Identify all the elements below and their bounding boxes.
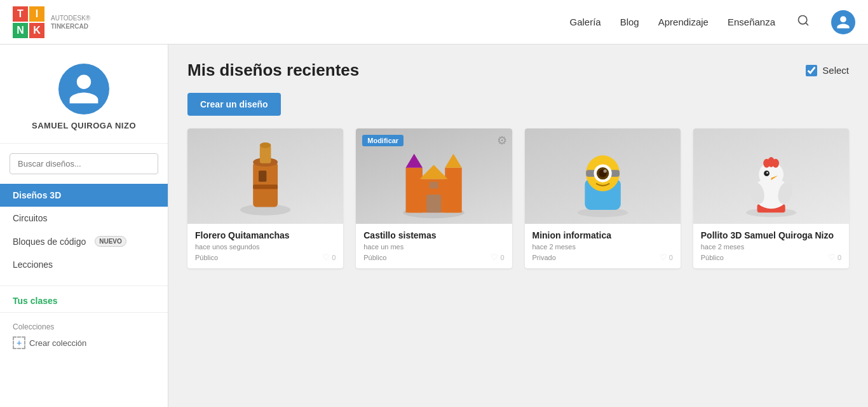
nuevo-badge: NUEVO: [95, 236, 126, 247]
logo-tinkercad: TINKERCAD: [51, 22, 90, 31]
card-info-3: Minion informatica hace 2 meses Privado …: [525, 224, 681, 268]
svg-point-37: [766, 172, 768, 174]
card-thumbnail-3: [525, 128, 681, 224]
design-card-2[interactable]: Modificar ⚙: [356, 128, 512, 268]
card-footer-2: Público ♡ 0: [363, 252, 504, 262]
colecciones-section: Colecciones + Crear colección: [0, 312, 168, 352]
card-likes-2: ♡ 0: [491, 252, 504, 262]
design-card-3[interactable]: Minion informatica hace 2 meses Privado …: [525, 128, 681, 268]
heart-icon-1: ♡: [322, 252, 330, 262]
profile-avatar: [58, 64, 109, 114]
designs-grid: Florero Quitamanchas hace unos segundos …: [187, 128, 849, 268]
card-thumbnail-2: Modificar ⚙: [356, 128, 512, 224]
design-card-1[interactable]: Florero Quitamanchas hace unos segundos …: [187, 128, 343, 268]
card-title-2: Castillo sistemas: [363, 230, 504, 240]
card-footer-3: Privado ♡ 0: [532, 252, 673, 262]
main-layout: SAMUEL QUIROGA NIZO Diseños 3D Circuitos…: [0, 45, 868, 407]
crear-coleccion-label: Crear colección: [29, 338, 86, 348]
logo-text: AUTODESK® TINKERCAD: [51, 14, 90, 31]
sidebar-item-bloques[interactable]: Bloques de código NUEVO: [0, 230, 168, 253]
card-title-1: Florero Quitamanchas: [195, 230, 336, 240]
svg-marker-15: [445, 154, 462, 168]
colecciones-label: Colecciones: [13, 322, 155, 331]
card-likes-3: ♡ 0: [660, 252, 673, 262]
card-title-4: Pollito 3D Samuel Quiroga Nizo: [701, 230, 841, 240]
sidebar-item-circuitos[interactable]: Circuitos: [0, 207, 168, 230]
svg-rect-6: [259, 170, 266, 182]
bloques-label: Bloques de código: [13, 237, 86, 247]
logo-cell-i: I: [29, 6, 44, 22]
card-privacy-1: Público: [195, 254, 218, 261]
nav-ensenanza[interactable]: Enseñanza: [728, 17, 775, 27]
card-time-2: hace un mes: [363, 243, 504, 251]
search-icon: [797, 14, 810, 27]
svg-marker-14: [406, 154, 423, 168]
card-info-1: Florero Quitamanchas hace unos segundos …: [187, 224, 343, 268]
heart-icon-2: ♡: [491, 252, 498, 262]
florero-illustration: [187, 128, 343, 224]
card-time-1: hace unos segundos: [195, 243, 336, 251]
sidebar-profile: SAMUEL QUIROGA NIZO: [0, 57, 168, 144]
select-label[interactable]: Select: [822, 65, 849, 76]
heart-icon-3: ♡: [660, 252, 667, 262]
page-title: Mis diseños recientes: [187, 60, 359, 80]
header: T I N K AUTODESK® TINKERCAD Galería Blog…: [0, 0, 868, 45]
card-info-4: Pollito 3D Samuel Quiroga Nizo hace 2 me…: [693, 224, 849, 268]
sidebar-search-area: [0, 144, 168, 181]
svg-marker-16: [420, 165, 448, 179]
card-likes-1: ♡ 0: [322, 252, 336, 262]
card-privacy-3: Privado: [532, 254, 556, 261]
user-icon: [836, 15, 851, 30]
svg-line-1: [806, 23, 808, 25]
svg-rect-12: [406, 168, 423, 213]
profile-name: SAMUEL QUIROGA NIZO: [32, 121, 136, 130]
card-privacy-2: Público: [363, 254, 386, 261]
toolbar-row: Crear un diseño: [187, 93, 849, 116]
card-title-3: Minion informatica: [532, 230, 673, 240]
logo-grid: T I N K: [13, 6, 44, 38]
select-area: Select: [806, 65, 849, 76]
search-input[interactable]: [10, 153, 158, 174]
logo-autodesk: AUTODESK®: [51, 14, 90, 22]
nav-galeria[interactable]: Galería: [569, 17, 600, 27]
sidebar-item-disenos3d[interactable]: Diseños 3D: [0, 184, 168, 207]
crear-coleccion-button[interactable]: + Crear colección: [13, 336, 155, 349]
logo-cell-k: K: [29, 23, 44, 38]
disenos3d-label: Diseños 3D: [13, 190, 61, 200]
tus-clases-link[interactable]: Tus clases: [13, 296, 155, 306]
circuitos-label: Circuitos: [13, 213, 47, 223]
header-nav: Galería Blog Aprendizaje Enseñanza: [569, 10, 855, 34]
svg-rect-18: [430, 182, 438, 189]
crear-diseno-button[interactable]: Crear un diseño: [187, 93, 281, 116]
user-avatar[interactable]: [831, 10, 855, 34]
logo-cell-t: T: [13, 6, 28, 22]
card-thumbnail-4: [693, 128, 849, 224]
svg-rect-17: [426, 195, 441, 212]
svg-point-26: [603, 169, 606, 172]
svg-point-9: [260, 142, 271, 148]
card-badge-modificar: Modificar: [362, 135, 403, 146]
card-footer-4: Público ♡ 0: [701, 252, 841, 262]
sidebar-nav: Diseños 3D Circuitos Bloques de código N…: [0, 181, 168, 279]
card-footer-1: Público ♡ 0: [195, 252, 336, 262]
search-icon-button[interactable]: [794, 11, 812, 32]
logo-area: T I N K AUTODESK® TINKERCAD: [13, 6, 90, 38]
content-area: Mis diseños recientes Select Crear un di…: [168, 45, 868, 407]
crear-coleccion-icon: +: [13, 336, 25, 349]
card-privacy-4: Público: [701, 254, 724, 261]
nav-aprendizaje[interactable]: Aprendizaje: [658, 17, 709, 27]
design-card-4[interactable]: Pollito 3D Samuel Quiroga Nizo hace 2 me…: [693, 128, 849, 268]
sidebar: SAMUEL QUIROGA NIZO Diseños 3D Circuitos…: [0, 45, 168, 407]
sidebar-item-lecciones[interactable]: Lecciones: [0, 253, 168, 276]
tus-clases-section: Tus clases: [0, 286, 168, 312]
minion-illustration: [525, 128, 681, 224]
card-thumbnail-1: [187, 128, 343, 224]
svg-rect-13: [445, 168, 462, 213]
svg-point-35: [772, 159, 779, 168]
gear-icon[interactable]: ⚙: [497, 134, 507, 148]
nav-blog[interactable]: Blog: [620, 17, 639, 27]
lecciones-label: Lecciones: [13, 259, 53, 270]
select-checkbox[interactable]: [806, 65, 817, 76]
card-time-4: hace 2 meses: [701, 243, 841, 251]
profile-icon: [66, 71, 102, 107]
